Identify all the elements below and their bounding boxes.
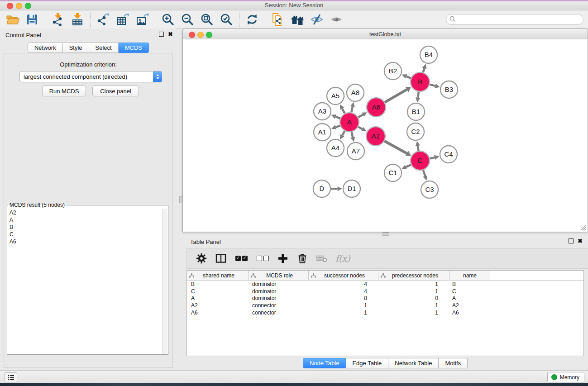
graph-edge[interactable]: [385, 90, 407, 102]
graph-node-A7[interactable]: A7: [347, 143, 364, 160]
table-row[interactable]: Adominator80A: [187, 295, 583, 302]
graph-edge[interactable]: [406, 165, 411, 167]
zoom-fit-icon[interactable]: [199, 12, 215, 27]
graph-edge[interactable]: [430, 85, 435, 86]
new-network-from-selection-icon[interactable]: [270, 12, 286, 27]
graph-edge[interactable]: [418, 146, 419, 151]
table-tab-network-table[interactable]: Network Table: [388, 358, 439, 368]
select-all-icon[interactable]: [234, 252, 248, 265]
graph-node-A4[interactable]: A4: [327, 139, 344, 157]
table-cell: 1: [377, 281, 448, 287]
graph-node-B4[interactable]: B4: [420, 46, 437, 63]
close-table-panel-icon[interactable]: ✖: [578, 239, 583, 243]
graph-node-D[interactable]: D: [313, 180, 330, 197]
graph-edge[interactable]: [342, 109, 345, 114]
graph-edge[interactable]: [423, 170, 425, 176]
column-header[interactable]: predecessor nodes: [378, 271, 450, 280]
graph-edge[interactable]: [351, 107, 353, 113]
open-file-icon[interactable]: [5, 12, 20, 27]
graph-edge[interactable]: [336, 126, 340, 128]
search-input[interactable]: [446, 14, 583, 25]
graph-node-C1[interactable]: C1: [384, 164, 402, 181]
table-tab-node-table[interactable]: Node Table: [303, 358, 346, 368]
graph-node-A3[interactable]: A3: [314, 103, 331, 120]
export-network-icon[interactable]: [96, 12, 111, 27]
home-icon[interactable]: [290, 12, 305, 27]
graph-edge[interactable]: [352, 132, 353, 137]
table-tab-edge-table[interactable]: Edge Table: [346, 358, 388, 368]
zoom-out-icon[interactable]: [180, 12, 195, 27]
optimization-select[interactable]: largest connected component (directed): [19, 71, 162, 82]
tab-select[interactable]: Select: [89, 43, 119, 53]
network-window-titlebar[interactable]: testGlobe.txt: [182, 29, 588, 40]
hide-selected-icon[interactable]: [309, 12, 325, 27]
list-item[interactable]: A6: [8, 238, 162, 245]
graph-node-A6[interactable]: A6: [367, 98, 386, 117]
graph-node-B[interactable]: B: [411, 72, 430, 91]
graph-edge[interactable]: [430, 157, 435, 158]
graph-node-A8[interactable]: A8: [347, 84, 364, 101]
float-table-panel-icon[interactable]: [569, 238, 574, 243]
network-canvas[interactable]: B4B2BB3B1A5A8A6A3AA1A2C2A4A7C4CC1C3DD1: [182, 39, 588, 232]
table-row[interactable]: A2connector11A2: [187, 302, 583, 309]
export-image-icon[interactable]: [134, 12, 150, 27]
refresh-icon[interactable]: [244, 12, 260, 27]
graph-edge[interactable]: [406, 76, 411, 78]
graph-node-A[interactable]: A: [340, 113, 359, 132]
memory-button[interactable]: Memory: [547, 372, 584, 382]
graph-edge[interactable]: [384, 141, 406, 153]
delete-column-icon[interactable]: [296, 252, 308, 265]
table-row[interactable]: A6connector11A6: [187, 309, 583, 316]
column-header[interactable]: shared name: [187, 271, 249, 280]
list-item[interactable]: A2: [8, 209, 162, 216]
column-header[interactable]: name: [450, 271, 490, 280]
graph-node-B1[interactable]: B1: [407, 103, 425, 120]
table-tab-motifs[interactable]: Motifs: [439, 358, 468, 368]
zoom-selected-icon[interactable]: [219, 12, 234, 27]
toggle-column-icon[interactable]: [215, 252, 227, 265]
result-list-scrollbar[interactable]: [162, 209, 167, 354]
settings-gear-icon[interactable]: [196, 252, 207, 265]
graph-node-A5[interactable]: A5: [327, 87, 344, 105]
list-item[interactable]: A: [8, 216, 162, 224]
graph-node-A2[interactable]: A2: [366, 127, 385, 146]
add-column-icon[interactable]: [277, 252, 289, 265]
float-panel-icon[interactable]: [159, 32, 164, 37]
graph-node-C3[interactable]: C3: [421, 181, 438, 198]
table-row[interactable]: Cdominator41C: [187, 288, 583, 295]
tab-mcds[interactable]: MCDS: [119, 43, 149, 53]
list-item[interactable]: B: [8, 224, 162, 231]
resize-grip-icon[interactable]: [581, 225, 587, 231]
tab-network[interactable]: Network: [28, 43, 63, 53]
graph-edge[interactable]: [335, 117, 340, 119]
import-network-icon[interactable]: [50, 12, 66, 27]
list-item[interactable]: C: [8, 231, 162, 238]
graph-edge[interactable]: [342, 131, 344, 135]
graph-node-C[interactable]: C: [411, 151, 430, 170]
close-panel-icon[interactable]: ✖: [168, 32, 173, 37]
graph-edge[interactable]: [423, 68, 425, 72]
show-panels-button[interactable]: [5, 372, 17, 382]
zoom-in-icon[interactable]: [160, 12, 176, 27]
tab-style[interactable]: Style: [63, 43, 89, 53]
graph-node-C4[interactable]: C4: [440, 146, 457, 163]
column-header[interactable]: MCDS role: [249, 271, 309, 280]
graph-node-C2[interactable]: C2: [407, 123, 424, 140]
table-row[interactable]: Bdominator41B: [187, 281, 583, 288]
graph-node-A1[interactable]: A1: [314, 124, 331, 141]
close-panel-button[interactable]: Close panel: [92, 86, 139, 96]
import-table-icon[interactable]: [70, 12, 85, 27]
node-label: A: [347, 118, 352, 126]
graph-edge[interactable]: [358, 127, 362, 129]
show-all-icon[interactable]: [329, 12, 344, 27]
column-header[interactable]: successor nodes: [309, 271, 378, 280]
graph-node-B3[interactable]: B3: [440, 81, 458, 98]
deselect-all-icon[interactable]: [256, 252, 269, 265]
graph-edge[interactable]: [418, 92, 419, 98]
save-session-icon[interactable]: [24, 12, 40, 27]
graph-edge[interactable]: [358, 114, 363, 117]
graph-node-D1[interactable]: D1: [343, 180, 360, 197]
export-table-icon[interactable]: [115, 12, 130, 27]
graph-node-B2[interactable]: B2: [384, 62, 402, 80]
run-mcds-button[interactable]: Run MCDS: [42, 86, 86, 96]
